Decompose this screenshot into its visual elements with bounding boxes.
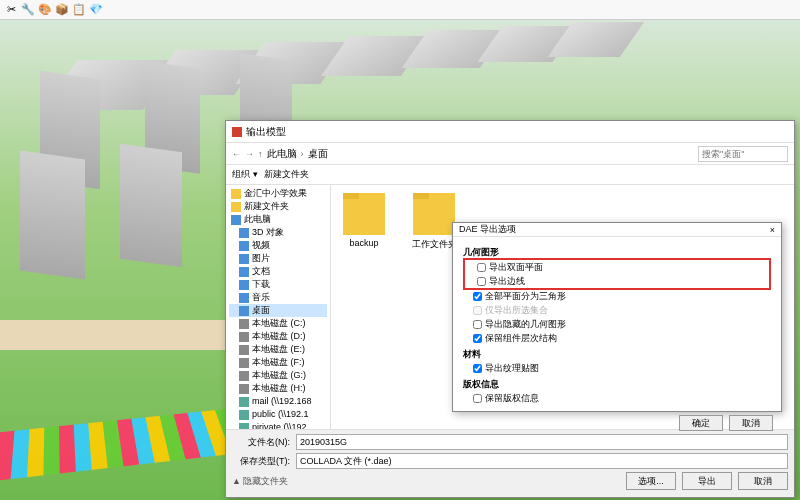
opt-edges[interactable]: 导出边线: [467, 274, 767, 288]
tree-item[interactable]: 本地磁盘 (F:): [229, 356, 327, 369]
checkbox[interactable]: [473, 394, 482, 403]
tool-icon-4[interactable]: 📦: [55, 3, 69, 17]
dae-options-dialog: DAE 导出选项 × 几何图形 导出双面平面 导出边线 全部平面分为三角形 仅导…: [452, 222, 782, 412]
highlighted-options: 导出双面平面 导出边线: [463, 258, 771, 290]
documents-icon: [239, 267, 249, 277]
tree-item[interactable]: 图片: [229, 252, 327, 265]
opt-selection-only: 仅导出所选集合: [463, 303, 771, 317]
tree-item[interactable]: 本地磁盘 (C:): [229, 317, 327, 330]
drive-icon: [239, 332, 249, 342]
hide-folders-toggle[interactable]: ▲ 隐藏文件夹: [232, 475, 288, 488]
group-geometry: 几何图形: [463, 245, 771, 259]
chevron-right-icon: ›: [301, 149, 304, 159]
group-material: 材料: [463, 347, 771, 361]
cancel-button[interactable]: 取消: [738, 472, 788, 490]
app-icon: [232, 127, 242, 137]
opt-hierarchy[interactable]: 保留组件层次结构: [463, 331, 771, 345]
downloads-icon: [239, 280, 249, 290]
group-credentials: 版权信息: [463, 377, 771, 391]
folder-icon: [231, 202, 241, 212]
tree-item[interactable]: pirivate (\\192.: [229, 421, 327, 429]
tree-item[interactable]: 文档: [229, 265, 327, 278]
crumb-pc[interactable]: 此电脑: [267, 147, 297, 161]
folder-icon: [343, 193, 385, 235]
folder-icon: [231, 189, 241, 199]
tree-item[interactable]: 本地磁盘 (H:): [229, 382, 327, 395]
tool-icon-6[interactable]: 💎: [89, 3, 103, 17]
object-icon: [239, 228, 249, 238]
organize-button[interactable]: 组织 ▾: [232, 168, 258, 181]
cancel-button[interactable]: 取消: [729, 415, 773, 431]
opt-hidden-geom[interactable]: 导出隐藏的几何图形: [463, 317, 771, 331]
dialog-toolbar: 组织 ▾ 新建文件夹: [226, 165, 794, 185]
tool-icon-5[interactable]: 📋: [72, 3, 86, 17]
tree-item[interactable]: 新建文件夹: [229, 200, 327, 213]
close-icon[interactable]: ×: [770, 225, 775, 235]
drive-icon: [239, 319, 249, 329]
filename-label: 文件名(N):: [232, 436, 290, 449]
tree-item[interactable]: 音乐: [229, 291, 327, 304]
network-drive-icon: [239, 397, 249, 407]
ok-button[interactable]: 确定: [679, 415, 723, 431]
opt-textures[interactable]: 导出纹理贴图: [463, 361, 771, 375]
subdialog-footer: 确定 取消: [453, 411, 781, 435]
nav-back-icon[interactable]: ←: [232, 149, 241, 159]
checkbox[interactable]: [473, 364, 482, 373]
checkbox[interactable]: [477, 263, 486, 272]
dialog-title: 输出模型: [246, 125, 286, 139]
subdialog-titlebar: DAE 导出选项 ×: [453, 223, 781, 237]
tree-item[interactable]: 金汇中小学效果: [229, 187, 327, 200]
network-drive-icon: [239, 410, 249, 420]
desktop-icon: [239, 306, 249, 316]
tree-item[interactable]: mail (\\192.168: [229, 395, 327, 408]
subdialog-title: DAE 导出选项: [459, 223, 516, 236]
opt-credentials[interactable]: 保留版权信息: [463, 391, 771, 405]
drive-icon: [239, 345, 249, 355]
breadcrumb-bar: ← → ↑ 此电脑 › 桌面: [226, 143, 794, 165]
export-button[interactable]: 导出: [682, 472, 732, 490]
tree-item[interactable]: 下载: [229, 278, 327, 291]
opt-doublesided[interactable]: 导出双面平面: [467, 260, 767, 274]
checkbox[interactable]: [473, 334, 482, 343]
folder-item[interactable]: backup: [339, 193, 389, 248]
checkbox[interactable]: [473, 292, 482, 301]
filename-input[interactable]: [296, 434, 788, 450]
checkbox: [473, 306, 482, 315]
pictures-icon: [239, 254, 249, 264]
tree-item[interactable]: 本地磁盘 (D:): [229, 330, 327, 343]
folder-tree[interactable]: 金汇中小学效果 新建文件夹 此电脑 3D 对象 视频 图片 文档 下载 音乐 桌…: [226, 185, 331, 429]
filetype-label: 保存类型(T):: [232, 455, 290, 468]
tree-item-pc[interactable]: 此电脑: [229, 213, 327, 226]
video-icon: [239, 241, 249, 251]
tree-item[interactable]: public (\\192.1: [229, 408, 327, 421]
folder-label: backup: [339, 238, 389, 248]
tree-item[interactable]: 视频: [229, 239, 327, 252]
dialog-titlebar: 输出模型: [226, 121, 794, 143]
options-button[interactable]: 选项...: [626, 472, 676, 490]
filetype-select[interactable]: [296, 453, 788, 469]
tree-item[interactable]: 本地磁盘 (G:): [229, 369, 327, 382]
drive-icon: [239, 384, 249, 394]
tree-item[interactable]: 3D 对象: [229, 226, 327, 239]
nav-fwd-icon[interactable]: →: [245, 149, 254, 159]
checkbox[interactable]: [473, 320, 482, 329]
music-icon: [239, 293, 249, 303]
tool-icon-2[interactable]: 🔧: [21, 3, 35, 17]
tree-item[interactable]: 本地磁盘 (E:): [229, 343, 327, 356]
pc-icon: [231, 215, 241, 225]
crumb-desktop[interactable]: 桌面: [308, 147, 328, 161]
newfolder-button[interactable]: 新建文件夹: [264, 168, 309, 181]
checkbox[interactable]: [477, 277, 486, 286]
nav-up-icon[interactable]: ↑: [258, 149, 263, 159]
folder-icon: [413, 193, 455, 235]
search-input[interactable]: [698, 146, 788, 162]
opt-triangulate[interactable]: 全部平面分为三角形: [463, 289, 771, 303]
tool-icon-1[interactable]: ✂: [4, 3, 18, 17]
subdialog-body: 几何图形 导出双面平面 导出边线 全部平面分为三角形 仅导出所选集合 导出隐藏的…: [453, 237, 781, 411]
main-toolbar: ✂ 🔧 🎨 📦 📋 💎: [0, 0, 800, 20]
dialog-footer: 文件名(N): 保存类型(T): ▲ 隐藏文件夹 选项... 导出 取消: [226, 429, 794, 497]
drive-icon: [239, 358, 249, 368]
tree-item-desktop[interactable]: 桌面: [229, 304, 327, 317]
drive-icon: [239, 371, 249, 381]
tool-icon-3[interactable]: 🎨: [38, 3, 52, 17]
